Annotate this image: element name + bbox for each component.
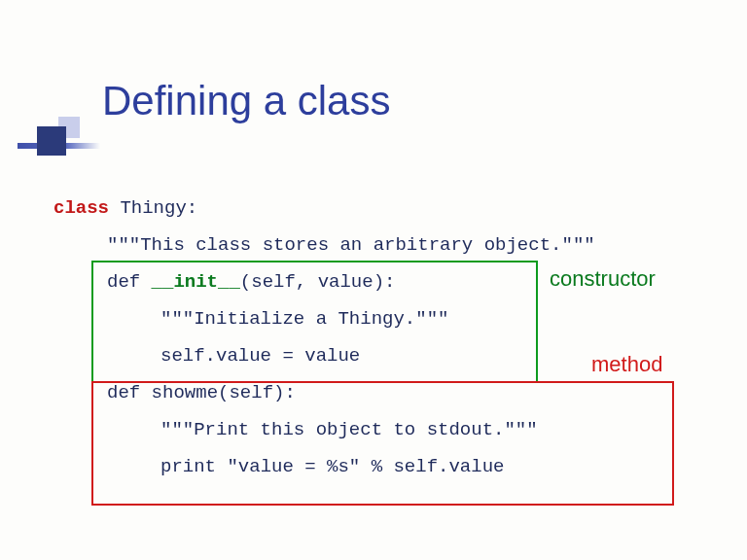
code-line-1: class Thingy: — [53, 190, 595, 227]
method-label: method — [591, 352, 662, 377]
class-keyword: class — [53, 197, 109, 219]
constructor-label: constructor — [550, 266, 656, 292]
method-highlight-box — [91, 381, 674, 506]
code-line-2: """This class stores an arbitrary object… — [53, 227, 595, 263]
slide-title: Defining a class — [102, 78, 390, 124]
class-name: Thingy: — [109, 197, 197, 219]
dark-square-icon — [37, 126, 66, 156]
constructor-highlight-box — [91, 261, 538, 383]
